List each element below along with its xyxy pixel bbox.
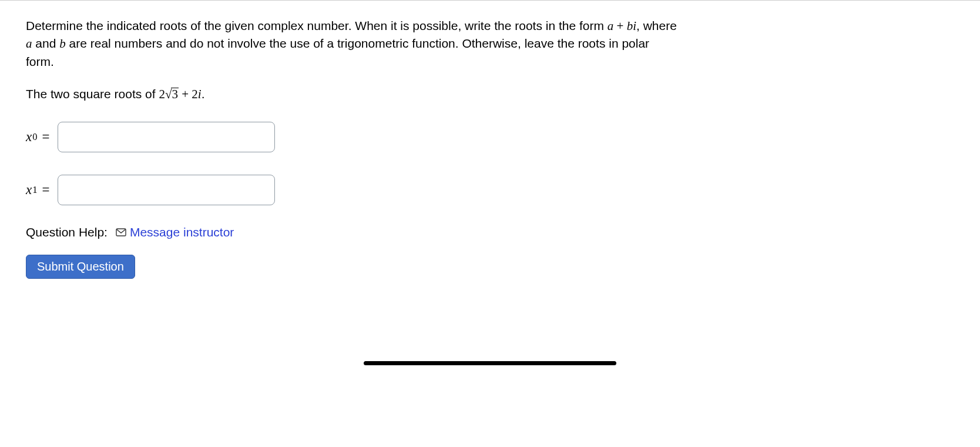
answer-row-x1: x1 = [26,175,679,205]
expr-radicand: 3 [171,88,179,101]
prompt-text-3: are real numbers and do not involve the … [26,36,649,68]
question-prompt: Determine the indicated roots of the giv… [26,17,679,71]
prompt-text-1: Determine the indicated roots of the giv… [26,19,608,32]
expr-plus: + [179,87,192,101]
mail-icon [116,225,126,239]
expr-coef2: 2 [192,87,198,101]
answer-label-x1: x1 = [26,182,49,198]
prompt-text-2: , where [636,19,677,32]
form-plus: + [613,19,626,33]
form-bi: bi [627,19,636,33]
x1-sub: 1 [32,184,37,196]
question-container: Determine the indicated roots of the giv… [0,1,705,291]
sqrt-symbol: √3 [165,87,179,102]
message-instructor-text: Message instructor [130,225,234,239]
question-help-label: Question Help: [26,225,108,239]
message-instructor-link[interactable]: Message instructor [116,225,234,239]
var-b: b [59,36,66,51]
submit-question-button[interactable]: Submit Question [26,255,135,279]
bottom-handle-wrap [0,361,980,365]
var-a: a [26,36,32,51]
x0-eq: = [42,129,50,145]
bottom-handle [364,361,616,365]
question-help-row: Question Help: Message instructor [26,225,679,239]
answer-label-x0: x0 = [26,129,49,145]
sub-prefix: The two square roots of [26,87,159,101]
x0-sub: 0 [32,131,37,143]
expr-coef1: 2 [159,87,165,101]
answer-input-x1[interactable] [58,175,275,205]
x0-var: x [26,129,32,145]
form-a: a [608,19,614,33]
prompt-and: and [32,36,60,50]
x1-eq: = [42,182,50,198]
answer-input-x0[interactable] [58,122,275,152]
expr-period: . [202,87,205,101]
x1-var: x [26,182,32,198]
answer-row-x0: x0 = [26,122,679,152]
question-subprompt: The two square roots of 2√3 + 2i. [26,87,679,102]
